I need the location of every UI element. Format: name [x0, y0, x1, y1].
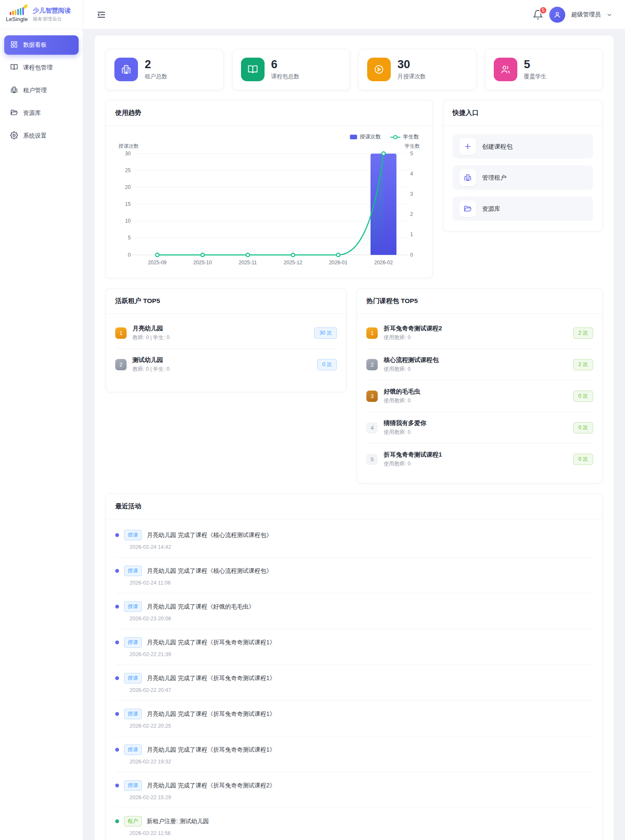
sidebar-item-label: 课程包管理: [23, 64, 53, 72]
building-icon: [459, 169, 476, 186]
sidebar-item-dashboard[interactable]: 数据看板: [4, 35, 79, 55]
sidebar-item-settings[interactable]: 系统设置: [4, 126, 79, 146]
activity-text: 月亮幼儿园 完成了课程《折耳兔奇奇测试课程1》: [147, 710, 275, 718]
chevron-down-icon[interactable]: [606, 12, 612, 18]
usage-count-badge: 0 次: [573, 454, 593, 465]
activity-dot: [115, 605, 119, 609]
stat-value: 2: [145, 58, 167, 71]
legend-item-line[interactable]: 学生数: [390, 133, 419, 141]
sidebar-item-label: 资源库: [23, 109, 41, 117]
svg-text:2025-12: 2025-12: [284, 260, 302, 266]
book-icon: [241, 58, 265, 81]
activity-text: 月亮幼儿园 完成了课程《核心流程测试课程包》: [147, 532, 272, 539]
trend-title: 使用趋势: [106, 101, 432, 126]
users-icon: [494, 58, 517, 81]
svg-text:2: 2: [410, 211, 413, 217]
activity-text: 新租户注册: 测试幼儿园: [147, 818, 209, 825]
activity-type-badge: 授课: [124, 601, 142, 612]
svg-text:0: 0: [128, 252, 131, 258]
stat-value: 30: [397, 58, 426, 71]
folder-icon: [459, 200, 476, 217]
svg-text:15: 15: [125, 201, 131, 207]
svg-text:30: 30: [125, 151, 131, 157]
logo-word: LeSingle: [6, 16, 28, 22]
activity-dot: [115, 712, 119, 716]
stat-card-tenants: 2 租户总数: [106, 49, 224, 90]
package-meta: 使用教师: 0: [384, 366, 567, 373]
hot-packages-title: 热门课程包 TOP5: [357, 289, 602, 314]
package-meta: 使用教师: 0: [384, 397, 567, 404]
package-name: 好饿的毛毛虫: [384, 388, 567, 396]
quick-item-label: 管理租户: [482, 174, 506, 182]
dashboard-icon: [10, 40, 18, 50]
sidebar: LeSingle 少儿智慧阅读 服务管理后台 数据看板 课程包管理 租户管理: [0, 0, 83, 840]
activity-dot: [115, 533, 119, 537]
stats-row: 2 租户总数 6 课程包总数: [106, 49, 603, 90]
line-swatch-icon: [390, 135, 400, 139]
logo-text: 少儿智慧阅读 服务管理后台: [33, 7, 71, 22]
quick-item-manage-tenants[interactable]: 管理租户: [453, 165, 593, 190]
sidebar-item-resources[interactable]: 资源库: [4, 104, 79, 123]
quick-item-create-package[interactable]: 创建课程包: [453, 134, 593, 159]
rank-badge: 2: [115, 359, 127, 370]
activity-dot: [115, 748, 119, 752]
stat-label: 课程包总数: [271, 73, 300, 80]
activity-type-badge: 授课: [124, 530, 142, 540]
activity-time: 2026-02-23 20:06: [130, 616, 593, 622]
package-row: 3 好饿的毛毛虫 使用教师: 0 0 次: [366, 380, 593, 412]
row-top5: 活跃租户 TOP5 1 月亮幼儿园 教师: 0 | 学生: 0 30 次: [106, 288, 603, 484]
usage-count-badge: 0 次: [573, 391, 593, 402]
avatar[interactable]: [549, 7, 565, 23]
package-name: 折耳兔奇奇测试课程2: [384, 324, 567, 332]
chart-legend: 授课次数 学生数: [115, 131, 423, 141]
stat-card-lessons: 30 月授课次数: [358, 49, 477, 90]
quick-item-label: 创建课程包: [482, 143, 513, 151]
activity-row: 授课月亮幼儿园 完成了课程《折耳兔奇奇测试课程1》 2026-02-22 20:…: [115, 701, 593, 736]
usage-count-badge: 0 次: [317, 359, 337, 370]
activity-time: 2026-02-22 15:29: [130, 795, 593, 800]
activity-dot: [115, 819, 119, 823]
activity-type-badge: 授课: [124, 780, 142, 791]
activity-text: 月亮幼儿园 完成了课程《核心流程测试课程包》: [147, 567, 272, 575]
svg-text:4: 4: [410, 171, 413, 177]
topbar-right: 5 超级管理员: [532, 7, 612, 23]
row-trend-quick: 使用趋势 授课次数 学生数: [106, 100, 603, 278]
activity-dot: [115, 641, 119, 644]
tenant-row: 2 测试幼儿园 教师: 0 | 学生: 0 0 次: [115, 349, 337, 380]
svg-text:0: 0: [410, 252, 413, 258]
sidebar-item-packages[interactable]: 课程包管理: [4, 58, 79, 77]
user-name[interactable]: 超级管理员: [571, 11, 601, 19]
svg-text:1: 1: [410, 231, 413, 237]
app-root: LeSingle 少儿智慧阅读 服务管理后台 数据看板 课程包管理 租户管理: [0, 0, 625, 840]
activity-row: 授课月亮幼儿园 完成了课程《折耳兔奇奇测试课程1》 2026-02-22 20:…: [115, 665, 593, 701]
logo-icon: LeSingle: [5, 7, 29, 22]
book-icon: [10, 63, 18, 72]
building-icon: [10, 86, 18, 95]
activity-text: 月亮幼儿园 完成了课程《折耳兔奇奇测试课程1》: [147, 639, 275, 646]
sidebar-item-tenants[interactable]: 租户管理: [4, 81, 79, 100]
quick-item-resources[interactable]: 资源库: [453, 197, 593, 221]
stat-card-students: 5 覆盖学生: [485, 49, 603, 90]
logo-bars-icon: [10, 7, 24, 15]
recent-activities-title: 最近活动: [106, 494, 602, 519]
activity-row: 授课月亮幼儿园 完成了课程《核心流程测试课程包》 2026-02-24 14:4…: [115, 522, 593, 558]
stat-value: 5: [524, 58, 547, 71]
activity-text: 月亮幼儿园 完成了课程《折耳兔奇奇测试课程1》: [147, 675, 275, 682]
legend-item-bar[interactable]: 授课次数: [350, 133, 381, 141]
usage-trend-chart: 授课次数 学生数 30 25 20 15 10 5: [115, 141, 423, 269]
sidebar-collapse-icon[interactable]: [96, 9, 107, 20]
logo: LeSingle 少儿智慧阅读 服务管理后台: [0, 0, 83, 29]
svg-text:20: 20: [125, 184, 131, 190]
topbar: 5 超级管理员: [83, 0, 625, 29]
notifications-button[interactable]: 5: [532, 9, 543, 20]
stat-card-packages: 6 课程包总数: [232, 49, 350, 90]
stat-label: 覆盖学生: [524, 73, 547, 80]
package-meta: 使用教师: 0: [384, 429, 567, 436]
quick-item-label: 资源库: [482, 205, 501, 213]
activity-text: 月亮幼儿园 完成了课程《折耳兔奇奇测试课程2》: [147, 782, 275, 789]
rank-badge: 3: [366, 391, 378, 402]
notification-badge: 5: [539, 6, 547, 14]
activity-time: 2026-02-24 11:06: [130, 580, 593, 586]
activity-type-badge: 租户: [124, 816, 142, 827]
recent-activities-card: 最近活动 授课月亮幼儿园 完成了课程《核心流程测试课程包》 2026-02-24…: [106, 494, 603, 840]
